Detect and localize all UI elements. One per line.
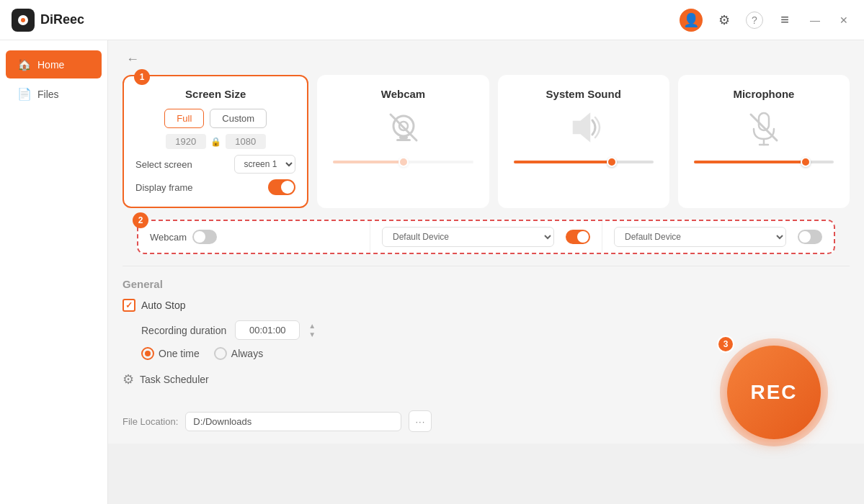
bottom-highlight-wrapper: 2 Webcam Default Device [123, 220, 850, 254]
step-1-badge: 1 [134, 69, 150, 85]
back-button[interactable]: ← [123, 49, 143, 69]
one-time-label: One time [159, 348, 200, 359]
rec-button-wrapper: REC 3 [720, 338, 828, 446]
resolution-row: 🔒 [166, 134, 266, 149]
cards-row: 1 Screen Size Full Custom 🔒 Select scree… [108, 75, 864, 220]
one-time-option[interactable]: One time [141, 347, 200, 360]
microphone-device-select[interactable]: Default Device [614, 227, 786, 247]
webcam-toggle[interactable] [192, 230, 217, 244]
microphone-card: Microphone [678, 75, 850, 208]
auto-stop-checkbox[interactable] [123, 299, 135, 312]
task-scheduler-label[interactable]: Task Scheduler [140, 374, 209, 385]
sidebar-item-home-label: Home [37, 59, 64, 71]
select-screen-row: Select screen screen 1 [135, 155, 295, 174]
svg-marker-5 [574, 114, 589, 140]
system-sound-title: System Sound [546, 88, 621, 100]
sidebar-item-home[interactable]: 🏠 Home [6, 50, 102, 78]
lock-icon: 🔒 [210, 137, 221, 147]
display-frame-row: Display frame [135, 179, 295, 195]
app-logo-icon [12, 9, 35, 32]
screen-size-card: 1 Screen Size Full Custom 🔒 Select scree… [123, 75, 308, 208]
system-sound-bottom-section: Default Device [370, 221, 602, 253]
system-sound-device-select[interactable]: Default Device [382, 227, 554, 247]
microphone-toggle[interactable] [798, 230, 822, 244]
sidebar-item-files-label: Files [37, 89, 59, 100]
system-sound-toggle[interactable] [566, 230, 590, 244]
display-frame-label: Display frame [135, 182, 192, 193]
recording-duration-row: Recording duration ▲ ▼ [141, 320, 850, 340]
file-location-more-button[interactable]: ··· [409, 410, 432, 432]
avatar-icon[interactable]: 👤 [680, 9, 703, 32]
always-option[interactable]: Always [214, 347, 263, 360]
logo-inner [18, 15, 28, 25]
svg-line-9 [751, 114, 777, 140]
always-radio[interactable] [214, 347, 227, 360]
always-label: Always [231, 348, 263, 359]
auto-stop-label: Auto Stop [141, 300, 186, 311]
system-sound-slider-container[interactable] [511, 155, 656, 169]
size-buttons: Full Custom [164, 109, 267, 128]
webcam-icon [382, 106, 425, 149]
minimize-button[interactable]: — [806, 12, 824, 29]
step-3-badge: 3 [717, 336, 734, 353]
microphone-slider-container[interactable] [691, 155, 837, 169]
divider [123, 266, 850, 266]
system-sound-icon [562, 106, 605, 149]
duration-spinner[interactable]: ▲ ▼ [308, 323, 316, 338]
spinner-down-icon[interactable]: ▼ [308, 331, 316, 338]
file-location-input[interactable] [185, 412, 401, 431]
width-input[interactable] [166, 134, 206, 149]
spinner-up-icon[interactable]: ▲ [308, 323, 316, 330]
title-bar: DiReec 👤 ⚙ ? ≡ — ✕ [0, 0, 864, 40]
webcam-card: Webcam [317, 75, 489, 208]
one-time-radio[interactable] [141, 347, 154, 360]
microphone-icon [742, 106, 785, 149]
rec-outer-ring: REC [720, 338, 828, 446]
files-icon: 📄 [17, 87, 32, 101]
app-logo: DiReec [12, 9, 84, 32]
microphone-bottom-section: Default Device [602, 221, 834, 253]
file-location-label: File Location: [123, 416, 178, 427]
svg-rect-2 [399, 136, 408, 139]
height-input[interactable] [226, 134, 266, 149]
sidebar: 🏠 Home 📄 Files [0, 40, 108, 504]
app-name: DiReec [40, 12, 84, 27]
webcam-slider-track [333, 161, 473, 163]
microphone-title: Microphone [733, 88, 794, 100]
bottom-highlight: Webcam Default Device Default Device [137, 220, 835, 254]
back-bar: ← [108, 40, 864, 75]
step-2-badge: 2 [133, 212, 148, 228]
screen-select[interactable]: screen 1 [234, 155, 295, 174]
help-icon[interactable]: ? [746, 12, 763, 29]
close-button[interactable]: ✕ [835, 12, 852, 29]
select-screen-label: Select screen [135, 159, 192, 170]
title-bar-controls: 👤 ⚙ ? ≡ — ✕ [680, 9, 852, 32]
microphone-slider-track [694, 161, 834, 163]
home-icon: 🏠 [17, 58, 32, 71]
webcam-bottom-label: Webcam [150, 232, 187, 243]
rec-button[interactable]: REC [727, 346, 821, 439]
webcam-slider-container [330, 155, 476, 169]
recording-duration-label: Recording duration [141, 325, 226, 336]
full-button[interactable]: Full [164, 109, 204, 128]
webcam-title: Webcam [381, 88, 425, 100]
system-sound-slider-track [514, 161, 654, 163]
general-title: General [123, 278, 850, 290]
app-body: 🏠 Home 📄 Files ← 1 Screen Size Full [0, 40, 864, 504]
task-scheduler-gear-icon: ⚙ [123, 372, 134, 387]
display-frame-toggle[interactable] [268, 179, 295, 195]
main-wrapper: ← 1 Screen Size Full Custom 🔒 [108, 40, 864, 504]
system-sound-card: System Sound [498, 75, 669, 208]
webcam-bottom-section: Webcam [138, 221, 370, 253]
custom-button[interactable]: Custom [210, 109, 267, 128]
settings-icon[interactable]: ⚙ [714, 10, 734, 30]
recording-duration-input[interactable] [235, 320, 300, 340]
auto-stop-row: Auto Stop [123, 299, 850, 312]
rec-label: REC [750, 381, 797, 404]
screen-size-title: Screen Size [185, 88, 246, 100]
sidebar-item-files[interactable]: 📄 Files [6, 80, 102, 108]
menu-icon[interactable]: ≡ [775, 10, 795, 30]
svg-rect-3 [396, 139, 411, 141]
